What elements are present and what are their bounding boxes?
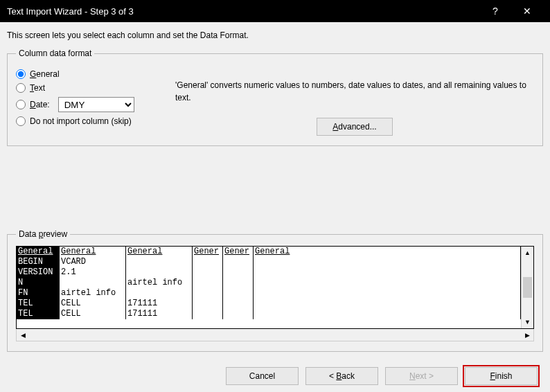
preview-cell bbox=[126, 257, 193, 267]
preview-cell bbox=[254, 257, 521, 267]
preview-cell bbox=[60, 278, 126, 288]
scroll-down-icon[interactable]: ▼ bbox=[522, 316, 533, 328]
preview-cell bbox=[193, 278, 223, 288]
column-format-legend: Column data format bbox=[16, 48, 94, 58]
scroll-left-icon[interactable]: ◀ bbox=[17, 332, 29, 339]
radio-skip-label[interactable]: Do not import column (skip) bbox=[30, 116, 132, 126]
radio-group: General Text Date: DMY Do not import col… bbox=[16, 65, 161, 136]
radio-date[interactable] bbox=[16, 100, 26, 109]
date-format-select[interactable]: DMY bbox=[58, 97, 134, 112]
preview-cell bbox=[254, 267, 521, 278]
preview-cell: FN bbox=[17, 288, 60, 299]
preview-cell: 2.1 bbox=[60, 267, 126, 278]
preview-cell: TEL bbox=[17, 309, 60, 319]
preview-cell: CELL bbox=[60, 309, 126, 319]
intro-text: This screen lets you select each column … bbox=[7, 30, 543, 40]
help-button[interactable]: ? bbox=[479, 0, 511, 22]
preview-cell bbox=[193, 288, 223, 299]
preview-cell: 171111 bbox=[126, 309, 193, 319]
preview-cell: TEL bbox=[17, 299, 60, 309]
close-button[interactable]: ✕ bbox=[511, 0, 543, 22]
preview-cell bbox=[193, 257, 223, 267]
column-format-fieldset: Column data format General Text Date: DM… bbox=[7, 48, 543, 146]
preview-cell bbox=[193, 299, 223, 309]
preview-cell: VERSION bbox=[17, 267, 60, 278]
preview-cell bbox=[223, 288, 254, 299]
preview-cell bbox=[126, 267, 193, 278]
preview-cell bbox=[254, 288, 521, 299]
scroll-right-icon[interactable]: ▶ bbox=[521, 332, 533, 339]
radio-date-label[interactable]: Date: bbox=[30, 100, 50, 109]
radio-text[interactable] bbox=[16, 83, 26, 93]
preview-cell: CELL bbox=[60, 299, 126, 309]
preview-cell bbox=[254, 299, 521, 309]
vertical-scrollbar[interactable]: ▲ ▼ bbox=[521, 247, 533, 328]
column-header[interactable]: Gener bbox=[193, 247, 223, 257]
column-header[interactable]: General bbox=[60, 247, 126, 257]
next-button: Next > bbox=[385, 367, 458, 385]
radio-text-label[interactable]: Text bbox=[30, 83, 45, 93]
preview-cell bbox=[254, 309, 521, 319]
preview-cell bbox=[223, 257, 254, 267]
preview-cell: VCARD bbox=[60, 257, 126, 267]
format-description: 'General' converts numeric values to num… bbox=[175, 79, 534, 104]
preview-cell bbox=[126, 288, 193, 299]
column-header[interactable]: General bbox=[254, 247, 521, 257]
horizontal-scrollbar[interactable]: ◀ ▶ bbox=[16, 329, 534, 341]
preview-cell: BEGIN bbox=[17, 257, 60, 267]
radio-general[interactable] bbox=[16, 69, 26, 79]
preview-cell bbox=[254, 278, 521, 288]
preview-cell bbox=[223, 278, 254, 288]
advanced-button[interactable]: Advanced... bbox=[317, 118, 393, 136]
scroll-up-icon[interactable]: ▲ bbox=[522, 247, 533, 259]
preview-table: GeneralGeneralGeneralGenerGenerGeneralBE… bbox=[16, 246, 534, 329]
preview-cell bbox=[193, 267, 223, 278]
titlebar: Text Import Wizard - Step 3 of 3 ? ✕ bbox=[0, 0, 550, 22]
cancel-button[interactable]: Cancel bbox=[226, 367, 299, 385]
preview-fieldset: Data preview GeneralGeneralGeneralGenerG… bbox=[7, 229, 543, 352]
finish-button[interactable]: Finish bbox=[465, 367, 538, 385]
preview-cell: airtel info bbox=[60, 288, 126, 299]
preview-cell: 171111 bbox=[126, 299, 193, 309]
column-header[interactable]: Gener bbox=[223, 247, 254, 257]
scroll-thumb[interactable] bbox=[523, 277, 532, 298]
preview-cell bbox=[223, 309, 254, 319]
radio-skip[interactable] bbox=[16, 116, 26, 126]
dialog-content: This screen lets you select each column … bbox=[0, 22, 550, 392]
back-button[interactable]: < Back bbox=[305, 367, 378, 385]
button-row: Cancel < Back Next > Finish bbox=[7, 367, 543, 385]
preview-cell bbox=[223, 299, 254, 309]
preview-cell: N bbox=[17, 278, 60, 288]
preview-cell bbox=[223, 267, 254, 278]
radio-general-label[interactable]: General bbox=[30, 69, 60, 79]
window-title: Text Import Wizard - Step 3 of 3 bbox=[7, 6, 479, 17]
preview-legend: Data preview bbox=[16, 229, 70, 239]
column-header[interactable]: General bbox=[126, 247, 193, 257]
preview-cell bbox=[193, 309, 223, 319]
column-header[interactable]: General bbox=[17, 247, 60, 257]
preview-cell: airtel info bbox=[126, 278, 193, 288]
